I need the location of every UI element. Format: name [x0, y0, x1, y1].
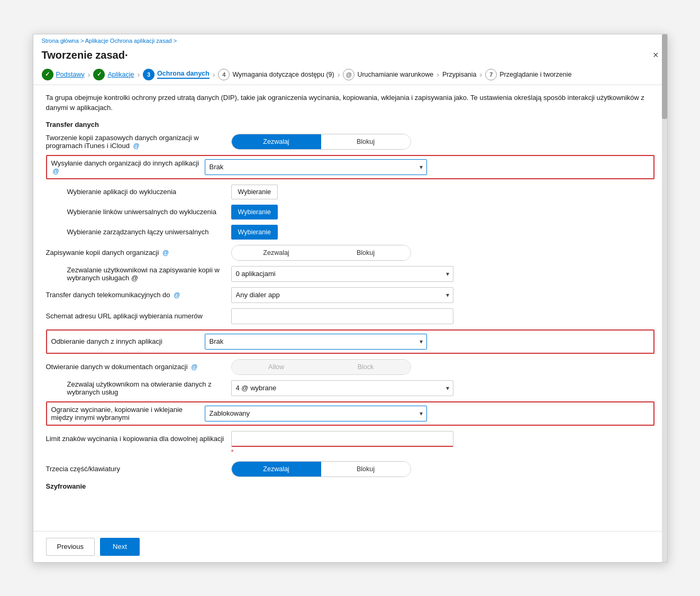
step-circle-7: 7: [485, 69, 497, 80]
input-cut-limit[interactable]: [231, 431, 453, 447]
toggle-open-docs[interactable]: Allow Block: [231, 359, 411, 375]
label-cut-copy: Ogranicz wycinanie, kopiowanie i wklejan…: [51, 406, 199, 421]
breadcrumb: Strona główna > Aplikacje Ochrona aplika…: [33, 34, 667, 45]
previous-button[interactable]: Previous: [46, 538, 95, 556]
step-label-1[interactable]: Podstawy: [56, 71, 85, 78]
label-allow-open: Zezwalaj użytkownikom na otwieranie dany…: [67, 380, 226, 396]
label-select-universal: Wybieranie linków uniwersalnych do wyklu…: [67, 208, 226, 216]
label-backup: Tworzenie kopii zapasowych danych organi…: [46, 134, 226, 150]
toggle-backup-block[interactable]: Blokuj: [321, 134, 411, 149]
required-asterisk: *: [231, 448, 234, 456]
step-access[interactable]: 4 Wymagania dotyczące dostępu (9): [218, 69, 334, 80]
scrollbar-thumb[interactable]: [662, 34, 667, 119]
select-allow-open[interactable]: 4 @ wybrane: [231, 380, 453, 396]
row-select-managed: Wybieranie zarządzanych łączy uniwersaln…: [46, 225, 654, 240]
toggle-open-docs-allow[interactable]: Allow: [232, 360, 321, 374]
select-wrapper-allow-save: 0 aplikacjami ▾: [231, 266, 453, 282]
wizard-steps: ✓ Podstawy › ✓ Aplikacje › 3 Ochrona dan…: [33, 63, 667, 85]
select-receive-data[interactable]: Brak Wszystkie aplikacje: [205, 334, 427, 350]
breadcrumb-text[interactable]: Strona główna > Aplikacje Ochrona aplika…: [42, 38, 177, 44]
step-label-4[interactable]: Wymagania dotyczące dostępu (9): [232, 71, 334, 78]
select-allow-save[interactable]: 0 aplikacjami: [231, 266, 453, 282]
modal-container: Strona główna > Aplikacje Ochrona aplika…: [33, 34, 668, 563]
row-allow-open: Zezwalaj użytkownikom na otwieranie dany…: [46, 380, 654, 396]
step-assign[interactable]: Przypisania: [442, 71, 477, 78]
step-conditional[interactable]: @ Uruchamianie warunkowe: [343, 69, 433, 80]
label-cut-limit: Limit znaków wycinania i kopiowania dla …: [46, 435, 226, 443]
encryption-section-title: Szyfrowanie: [46, 482, 654, 490]
info-icon-save[interactable]: @: [162, 249, 169, 256]
info-icon-open-docs[interactable]: @: [191, 363, 197, 371]
label-receive-data: Odbieranie danych z innych aplikacji: [51, 337, 199, 345]
step-circle-2: ✓: [93, 69, 105, 80]
step-sep-4: ›: [338, 70, 340, 79]
select-telecom[interactable]: Any dialer app: [231, 287, 453, 303]
step-circle-4: 4: [218, 69, 230, 80]
row-telecom: Transfer danych telekomunikacyjnych do @…: [46, 287, 654, 303]
row-keyboard: Trzecia część/klawiatury Zezwalaj Blokuj: [46, 461, 654, 477]
info-icon-allow-save[interactable]: @: [131, 274, 138, 282]
pick-btn-exclude[interactable]: Wybieranie: [231, 185, 278, 199]
step-label-3[interactable]: Ochrona danych: [157, 70, 210, 79]
label-save-copy: Zapisywanie kopii danych organizacji @: [46, 249, 226, 256]
info-icon-send[interactable]: @: [53, 168, 59, 175]
row-cut-copy: Ogranicz wycinanie, kopiowanie i wklejan…: [46, 401, 654, 426]
row-select-exclude: Wybieranie aplikacji do wykluczenia Wybi…: [46, 185, 654, 199]
modal-title: Tworzenie zasad·: [42, 49, 128, 61]
select-wrapper-allow-open: 4 @ wybrane ▾: [231, 380, 453, 396]
step-circle-5: @: [343, 69, 354, 80]
input-url-scheme[interactable]: [231, 308, 453, 324]
label-keyboard: Trzecia część/klawiatury: [46, 465, 226, 473]
toggle-save-allow[interactable]: Zezwalaj: [232, 245, 321, 260]
label-allow-save: Zezwalanie użytkownikowi na zapisywanie …: [67, 266, 226, 282]
select-send-data[interactable]: Brak Wszystkie aplikacje Aplikacje zarzą…: [205, 159, 427, 175]
select-wrapper-telecom: Any dialer app ▾: [231, 287, 453, 303]
step-basics[interactable]: ✓ Podstawy: [42, 69, 85, 80]
step-sep-2: ›: [137, 70, 140, 79]
toggle-save-copy[interactable]: Zezwalaj Blokuj: [231, 245, 411, 261]
toggle-save-block[interactable]: Blokuj: [321, 245, 411, 260]
row-open-docs: Otwieranie danych w dokumentach organiza…: [46, 359, 654, 375]
label-select-exclude: Wybieranie aplikacji do wykluczenia: [67, 188, 226, 196]
toggle-backup[interactable]: Zezwalaj Blokuj: [231, 134, 411, 150]
content-area: Ta grupa obejmuje kontrolki ochrony prze…: [33, 85, 667, 531]
step-sep-1: ›: [88, 70, 90, 79]
row-send-data: Wysyłanie danych organizacji do innych a…: [46, 155, 654, 179]
row-save-copy: Zapisywanie kopii danych organizacji @ Z…: [46, 245, 654, 261]
step-label-2[interactable]: Aplikacje: [107, 71, 134, 78]
close-button[interactable]: ×: [653, 50, 659, 61]
info-icon-backup[interactable]: @: [133, 142, 140, 150]
step-sep-3: ›: [213, 70, 215, 79]
toggle-keyboard[interactable]: Zezwalaj Blokuj: [231, 461, 411, 477]
pick-btn-managed[interactable]: Wybieranie: [231, 225, 278, 240]
transfer-section-title: Transfer danych: [46, 121, 654, 129]
row-backup: Tworzenie kopii zapasowych danych organi…: [46, 134, 654, 150]
row-url-scheme: Schemat adresu URL aplikacji wybierania …: [46, 308, 654, 324]
toggle-keyboard-allow[interactable]: Zezwalaj: [232, 462, 321, 476]
select-wrapper-receive: Brak Wszystkie aplikacje ▾: [205, 334, 427, 350]
toggle-backup-allow[interactable]: Zezwalaj: [232, 134, 321, 149]
step-label-7[interactable]: Przeglądanie i tworzenie: [499, 71, 571, 78]
select-cut-copy[interactable]: Zablokowany Zezwolono: [205, 406, 427, 421]
step-label-5[interactable]: Uruchamianie warunkowe: [357, 71, 433, 78]
step-data-protection[interactable]: 3 Ochrona danych: [143, 69, 210, 80]
step-label-6[interactable]: Przypisania: [442, 71, 477, 78]
label-select-managed: Wybieranie zarządzanych łączy uniwersaln…: [67, 228, 226, 236]
label-telecom: Transfer danych telekomunikacyjnych do @: [46, 291, 226, 299]
step-apps[interactable]: ✓ Aplikacje: [93, 69, 134, 80]
next-button[interactable]: Next: [100, 538, 140, 556]
step-circle-3: 3: [143, 69, 154, 80]
toggle-keyboard-block[interactable]: Blokuj: [321, 462, 411, 476]
scrollbar[interactable]: [662, 34, 667, 562]
pick-btn-universal[interactable]: Wybieranie: [231, 205, 278, 219]
step-sep-5: ›: [437, 70, 439, 79]
label-send-data: Wysyłanie danych organizacji do innych a…: [51, 159, 199, 175]
label-url-scheme: Schemat adresu URL aplikacji wybierania …: [46, 312, 226, 320]
row-allow-save: Zezwalanie użytkownikowi na zapisywanie …: [46, 266, 654, 282]
step-review[interactable]: 7 Przeglądanie i tworzenie: [485, 69, 571, 80]
info-icon-telecom[interactable]: @: [174, 291, 180, 299]
toggle-open-docs-block[interactable]: Block: [321, 360, 411, 374]
step-sep-6: ›: [480, 70, 483, 79]
label-open-docs: Otwieranie danych w dokumentach organiza…: [46, 363, 226, 371]
modal-header: Tworzenie zasad· ×: [33, 45, 667, 63]
